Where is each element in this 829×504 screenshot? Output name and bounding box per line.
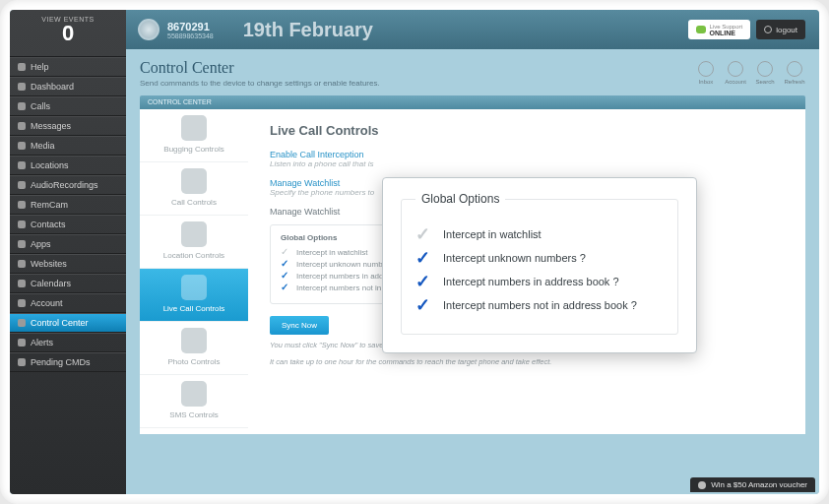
subnav-live-call-controls[interactable]: Live Call Controls xyxy=(140,269,248,322)
sidebar-item-help[interactable]: Help xyxy=(10,57,126,77)
app-frame: VIEW EVENTS 0 HelpDashboardCallsMessages… xyxy=(0,0,829,504)
nav-icon xyxy=(18,63,26,71)
enable-interception-link[interactable]: Enable Call Interception xyxy=(270,150,784,159)
account-block: 8670291 558898635348 xyxy=(167,21,214,39)
subnav-bugging-controls[interactable]: Bugging Controls xyxy=(140,109,248,162)
account-sub: 558898635348 xyxy=(167,32,214,39)
check-icon xyxy=(281,249,290,257)
subnav-sms-controls[interactable]: SMS Controls xyxy=(140,375,248,428)
sidebar-item-websites[interactable]: Websites xyxy=(10,254,126,274)
modal-title: Global Options xyxy=(415,192,505,206)
sidebar-item-calendars[interactable]: Calendars xyxy=(10,274,126,293)
sidebar-item-locations[interactable]: Locations xyxy=(10,156,126,175)
gift-icon xyxy=(698,481,706,489)
avatar-icon xyxy=(138,19,159,40)
sidebar-item-media[interactable]: Media xyxy=(10,136,126,156)
nav-icon xyxy=(18,299,26,307)
toolbar-search-button[interactable]: Search xyxy=(754,61,776,85)
nav-icon xyxy=(18,240,26,248)
check-icon xyxy=(281,284,290,292)
check-icon xyxy=(281,273,290,281)
sidebar-item-remcam[interactable]: RemCam xyxy=(10,195,126,215)
nav-icon xyxy=(18,220,26,228)
subnav-icon xyxy=(181,328,207,353)
sidebar-item-pending-cmds[interactable]: Pending CMDs xyxy=(10,352,126,372)
header-date: 19th February xyxy=(243,19,373,41)
subnav: Bugging ControlsCall ControlsLocation Co… xyxy=(140,109,248,434)
subnav-icon xyxy=(181,275,207,300)
nav-icon xyxy=(18,161,26,169)
section-heading: Live Call Controls xyxy=(270,123,784,138)
global-options-modal: Global Options Intercept in watchlistInt… xyxy=(382,177,697,353)
modal-option-row[interactable]: Intercept unknown numbers ? xyxy=(415,251,664,265)
sync-now-button[interactable]: Sync Now xyxy=(270,316,329,335)
nav-icon xyxy=(18,339,26,346)
subnav-icon xyxy=(181,168,207,194)
app: VIEW EVENTS 0 HelpDashboardCallsMessages… xyxy=(10,10,819,494)
header: 8670291 558898635348 19th February Live … xyxy=(126,10,819,49)
live-support-button[interactable]: Live Support ONLINE xyxy=(688,20,751,39)
inbox-icon xyxy=(698,61,714,77)
account-icon xyxy=(728,61,743,77)
sidebar-item-alerts[interactable]: Alerts xyxy=(10,333,126,352)
promo-banner[interactable]: Win a $50 Amazon voucher xyxy=(690,477,815,492)
sidebar-item-calls[interactable]: Calls xyxy=(10,96,126,116)
nav-icon xyxy=(18,280,26,287)
sidebar-item-messages[interactable]: Messages xyxy=(10,116,126,136)
sync-note-2: It can take up to one hour for the comma… xyxy=(270,357,784,368)
check-icon xyxy=(415,251,431,265)
toolbar-account-button[interactable]: Account xyxy=(725,61,746,85)
sidebar-item-apps[interactable]: Apps xyxy=(10,234,126,254)
check-icon xyxy=(281,261,290,269)
logout-button[interactable]: logout xyxy=(756,20,805,39)
power-icon xyxy=(764,26,772,33)
page-subtitle: Send commands to the device to change se… xyxy=(140,79,380,88)
subnav-photo-controls[interactable]: Photo Controls xyxy=(140,322,248,375)
search-icon xyxy=(757,61,773,77)
sidebar-item-audiorecordings[interactable]: AudioRecordings xyxy=(10,175,126,195)
modal-option-row[interactable]: Intercept numbers in address book ? xyxy=(415,275,664,288)
modal-option-row[interactable]: Intercept numbers not in address book ? xyxy=(415,298,664,312)
check-icon xyxy=(415,298,431,312)
check-icon xyxy=(415,275,431,288)
subnav-call-controls[interactable]: Call Controls xyxy=(140,162,248,216)
sidebar-item-control-center[interactable]: Control Center xyxy=(10,313,126,333)
sidebar-item-dashboard[interactable]: Dashboard xyxy=(10,77,126,96)
subnav-icon xyxy=(181,381,207,407)
nav-icon xyxy=(18,181,26,189)
nav-icon xyxy=(18,122,26,130)
nav-icon xyxy=(18,319,26,327)
sidebar: VIEW EVENTS 0 HelpDashboardCallsMessages… xyxy=(10,10,126,494)
nav-icon xyxy=(18,358,26,366)
subnav-icon xyxy=(181,115,207,141)
subnav-location-controls[interactable]: Location Controls xyxy=(140,216,248,269)
subnav-icon xyxy=(181,221,207,247)
nav-icon xyxy=(18,201,26,209)
chat-icon xyxy=(696,26,706,33)
account-id: 8670291 xyxy=(167,21,214,32)
page-title: Control Center xyxy=(140,59,380,77)
toolbar-refresh-button[interactable]: Refresh xyxy=(784,61,805,85)
modal-option-row[interactable]: Intercept in watchlist xyxy=(415,227,664,241)
breadcrumb-bar: CONTROL CENTER xyxy=(140,95,805,109)
refresh-icon xyxy=(787,61,802,77)
nav-icon xyxy=(18,260,26,268)
sidebar-item-account[interactable]: Account xyxy=(10,293,126,313)
nav-icon xyxy=(18,83,26,91)
sidebar-item-contacts[interactable]: Contacts xyxy=(10,215,126,234)
events-count: 0 xyxy=(10,23,126,44)
nav-icon xyxy=(18,142,26,150)
check-icon xyxy=(415,227,431,241)
nav-icon xyxy=(18,102,26,110)
toolbar-inbox-button[interactable]: Inbox xyxy=(695,61,717,85)
events-counter[interactable]: VIEW EVENTS 0 xyxy=(10,10,126,57)
